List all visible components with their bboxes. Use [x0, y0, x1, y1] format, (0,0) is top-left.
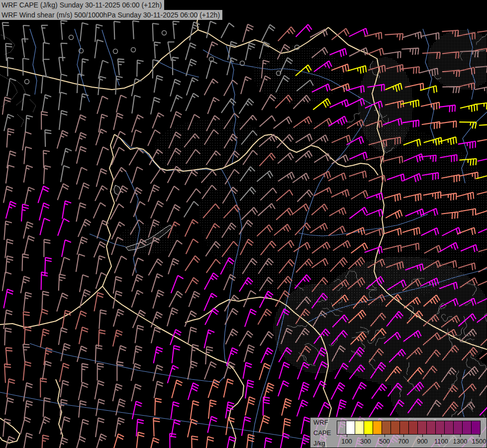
wrf-map-screen: WRF CAPE (J/kg) Sunday 30-11-2025 06:00 … — [0, 0, 487, 448]
legend-color-box — [426, 421, 436, 435]
legend-tick-label: 1100 — [434, 438, 448, 445]
legend-color-box — [382, 421, 391, 435]
legend-color-box — [364, 421, 373, 435]
legend-tick-label: 500 — [379, 438, 390, 445]
legend-color-box — [408, 421, 418, 435]
legend-tick-label: 300 — [360, 438, 371, 445]
terrain-stipple-region — [254, 45, 343, 105]
legend-label-line3: J/kg — [313, 440, 337, 447]
legend-tick — [441, 435, 442, 437]
legend-color-box — [399, 421, 409, 435]
legend-tick-label: 1500 — [472, 438, 487, 445]
legend-tick-label: 700 — [398, 438, 409, 445]
legend-product-label: WRF CAPE J/kg — [310, 418, 337, 448]
legend-color-box — [346, 421, 355, 435]
legend-color-box — [471, 421, 481, 435]
legend-tick-label: 100 — [341, 438, 352, 445]
legend-tick — [403, 435, 404, 437]
legend-color-box — [453, 421, 463, 435]
legend-color-box — [444, 421, 454, 435]
legend-label-line1: WRF — [313, 419, 337, 426]
legend-colorbar: 100300500700900110013001500 — [337, 418, 487, 448]
legend-label-line2: CAPE — [313, 430, 337, 436]
legend-color-box — [373, 421, 382, 435]
legend-tick — [366, 435, 366, 437]
legend-color-box — [435, 421, 445, 435]
legend-color-box — [337, 421, 346, 435]
legend-tick — [422, 435, 423, 437]
legend-tick-label: 900 — [417, 438, 428, 445]
legend-color-box — [462, 421, 472, 435]
legend-color-box — [355, 421, 364, 435]
title-windshear: WRF Wind shear (m/s) 500/1000hPa Sunday … — [0, 10, 222, 20]
legend-tick — [460, 435, 461, 437]
legend-colorbar-boxes — [337, 421, 481, 435]
legend-tick — [385, 435, 385, 437]
cape-legend: WRF CAPE J/kg 10030050070090011001300150… — [310, 417, 487, 448]
legend-color-box — [417, 421, 427, 435]
title-cape: WRF CAPE (J/kg) Sunday 30-11-2025 06:00 … — [0, 0, 164, 10]
legend-tick-label: 1300 — [453, 438, 468, 445]
legend-tick — [479, 435, 480, 437]
legend-tick — [347, 435, 347, 437]
legend-color-box — [390, 421, 400, 435]
weather-map-canvas — [0, 0, 487, 448]
